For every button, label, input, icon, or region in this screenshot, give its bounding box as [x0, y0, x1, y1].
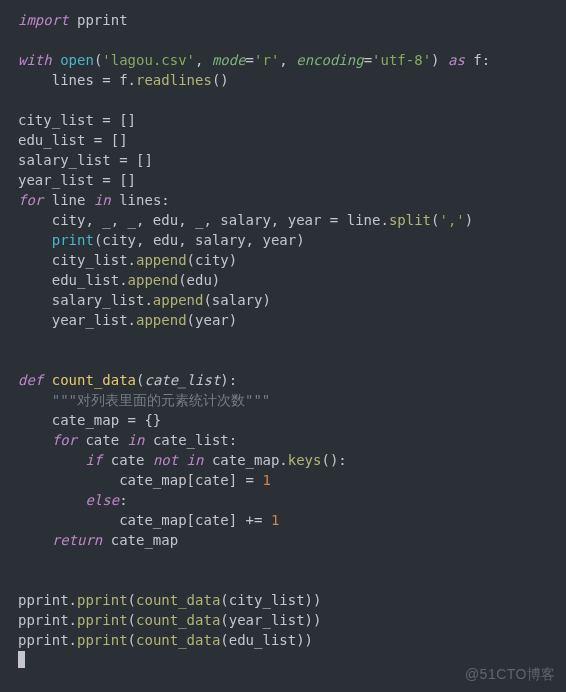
- method-readlines: readlines: [136, 72, 212, 88]
- kw-for: for: [18, 192, 43, 208]
- number-literal: 1: [271, 512, 279, 528]
- method-pprint: pprint: [77, 612, 128, 628]
- method-append: append: [136, 252, 187, 268]
- code-line: edu_list = []: [18, 132, 128, 148]
- string-literal: 'lagou.csv': [102, 52, 195, 68]
- fn-count-data: count_data: [136, 612, 220, 628]
- param: cate_list: [144, 372, 220, 388]
- code-text: pprint: [69, 12, 128, 28]
- method-split: split: [389, 212, 431, 228]
- kw-return: return: [52, 532, 103, 548]
- code-line: year_list = []: [18, 172, 136, 188]
- code-editor: import pprint with open('lagou.csv', mod…: [0, 0, 566, 670]
- text-cursor: [18, 651, 25, 668]
- string-literal: ',': [439, 212, 464, 228]
- def-name: count_data: [52, 372, 136, 388]
- kw-import: import: [18, 12, 69, 28]
- method-append: append: [153, 292, 204, 308]
- kw-else: else: [85, 492, 119, 508]
- method-pprint: pprint: [77, 592, 128, 608]
- kw-in: in: [187, 452, 204, 468]
- number-literal: 1: [262, 472, 270, 488]
- kwarg-mode: mode: [212, 52, 246, 68]
- kw-with: with: [18, 52, 52, 68]
- fn-print: print: [52, 232, 94, 248]
- method-append: append: [136, 312, 187, 328]
- watermark: @51CTO博客: [465, 664, 556, 684]
- method-append: append: [128, 272, 179, 288]
- kw-def: def: [18, 372, 43, 388]
- code-line: cate_map = {}: [18, 412, 161, 428]
- string-literal: 'r': [254, 52, 279, 68]
- fn-open: open: [60, 52, 94, 68]
- kw-as: as: [448, 52, 465, 68]
- kw-not: not: [153, 452, 178, 468]
- method-keys: keys: [288, 452, 322, 468]
- kw-in: in: [128, 432, 145, 448]
- kw-in: in: [94, 192, 111, 208]
- kwarg-encoding: encoding: [296, 52, 363, 68]
- code-line: salary_list = []: [18, 152, 153, 168]
- method-pprint: pprint: [77, 632, 128, 648]
- kw-if: if: [85, 452, 102, 468]
- kw-for: for: [52, 432, 77, 448]
- string-literal: 'utf-8': [372, 52, 431, 68]
- fn-count-data: count_data: [136, 632, 220, 648]
- code-line: city_list = []: [18, 112, 136, 128]
- fn-count-data: count_data: [136, 592, 220, 608]
- docstring: """对列表里面的元素统计次数""": [52, 392, 271, 408]
